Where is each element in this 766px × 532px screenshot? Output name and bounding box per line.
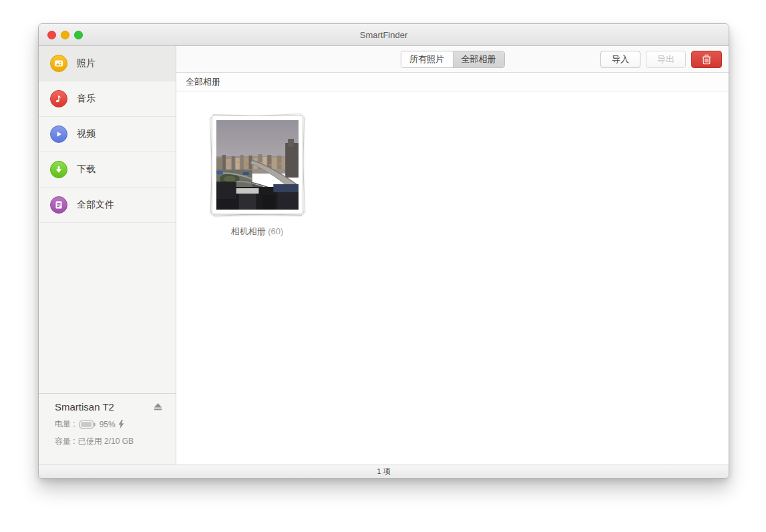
stack-card-front: [212, 115, 303, 214]
sidebar-item-music[interactable]: 音乐: [39, 81, 176, 117]
traffic-lights: [47, 24, 83, 45]
zoom-button[interactable]: [74, 31, 83, 39]
segment-all-albums[interactable]: 全部相册: [453, 51, 504, 67]
battery-icon: [79, 421, 95, 429]
view-segmented-control: 所有照片 全部相册: [401, 51, 505, 68]
album-photo-stack: [212, 115, 303, 214]
device-name: Smartisan T2: [55, 401, 114, 413]
album-tile[interactable]: 相机相册 (60): [210, 115, 304, 238]
album-label: 相机相册 (60): [231, 226, 284, 238]
item-count: 1 项: [377, 467, 390, 477]
battery-percent: 95%: [100, 420, 116, 429]
toolbar: 所有照片 全部相册 导入 导出: [176, 46, 729, 73]
capacity-row: 容量 : 已使用 2/10 GB: [55, 436, 164, 447]
minimize-button[interactable]: [61, 31, 69, 39]
sidebar-item-videos[interactable]: 视频: [39, 117, 176, 152]
photos-icon: [50, 55, 67, 72]
segment-all-photos[interactable]: 所有照片: [401, 51, 453, 67]
section-title: 全部相册: [186, 76, 220, 88]
close-button[interactable]: [47, 31, 56, 39]
sidebar-item-label: 视频: [77, 128, 95, 140]
sidebar-item-label: 下载: [77, 164, 95, 176]
main-area: 所有照片 全部相册 导入 导出: [176, 46, 729, 465]
album-count: (60): [268, 226, 283, 236]
sidebar: 照片 音乐 视频: [39, 46, 176, 465]
battery-status-row: 电量 : 95%: [55, 419, 164, 430]
sidebar-item-all-files[interactable]: 全部文件: [39, 188, 176, 223]
sidebar-item-photos[interactable]: 照片: [39, 46, 176, 81]
sidebar-spacer: [39, 223, 176, 393]
sidebar-item-label: 全部文件: [77, 199, 114, 211]
import-button[interactable]: 导入: [600, 51, 640, 68]
statusbar: 1 项: [39, 465, 729, 478]
music-icon: [50, 90, 67, 107]
sidebar-item-label: 音乐: [77, 93, 95, 105]
eject-icon[interactable]: [152, 402, 164, 413]
album-thumbnail-cityscape: [216, 120, 299, 210]
trash-icon: [702, 54, 711, 65]
sidebar-item-label: 照片: [77, 57, 95, 69]
charging-bolt-icon: [118, 420, 124, 429]
titlebar: SmartFinder: [39, 24, 729, 46]
video-play-icon: [50, 125, 67, 143]
section-header: 全部相册: [176, 73, 729, 91]
document-icon: [50, 196, 67, 214]
app-window: SmartFinder 照片: [38, 23, 729, 479]
album-name: 相机相册: [231, 226, 266, 236]
sidebar-item-downloads[interactable]: 下载: [39, 152, 176, 188]
device-info-panel: Smartisan T2 电量 : 95%: [39, 393, 176, 465]
battery-label: 电量 :: [55, 419, 75, 430]
download-icon: [50, 161, 67, 178]
albums-grid: 相机相册 (60): [176, 91, 729, 465]
capacity-value: 已使用 2/10 GB: [78, 436, 134, 447]
delete-button[interactable]: [691, 51, 722, 68]
capacity-label: 容量 :: [55, 436, 75, 447]
export-button[interactable]: 导出: [646, 51, 686, 68]
window-title: SmartFinder: [360, 30, 408, 40]
